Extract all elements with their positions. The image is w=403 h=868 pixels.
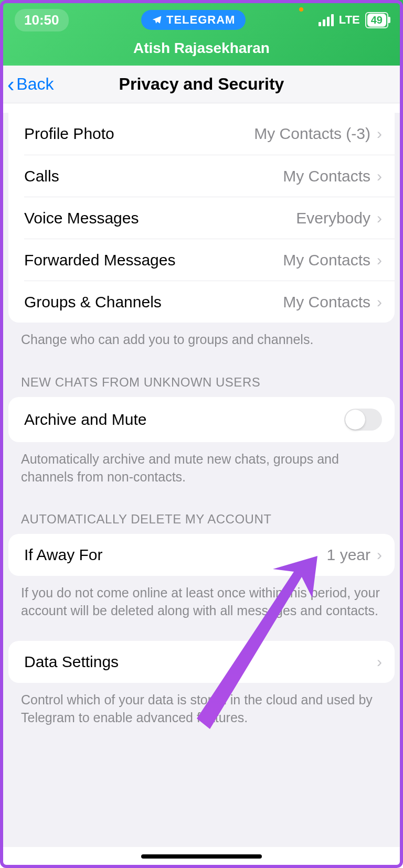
archive-footer: Automatically archive and mute new chats… bbox=[0, 442, 403, 486]
back-button[interactable]: ‹ Back bbox=[0, 74, 54, 95]
telegram-pill-label: TELEGRAM bbox=[166, 13, 235, 27]
row-label: Calls bbox=[24, 167, 59, 185]
data-settings-group: Data Settings › bbox=[8, 641, 395, 683]
privacy-footer: Change who can add you to groups and cha… bbox=[0, 323, 403, 349]
back-label: Back bbox=[16, 74, 54, 94]
chevron-right-icon: › bbox=[377, 167, 382, 185]
section-header-unknown-users: NEW CHATS FROM UNKNOWN USERS bbox=[0, 349, 403, 397]
delete-footer: If you do not come online at least once … bbox=[0, 576, 403, 620]
delete-group: If Away For 1 year › bbox=[8, 534, 395, 576]
archive-mute-toggle[interactable] bbox=[344, 409, 382, 431]
telegram-icon bbox=[152, 15, 162, 25]
network-label: LTE bbox=[339, 13, 360, 27]
settings-content: Profile Photo My Contacts (-3) › Calls M… bbox=[0, 113, 403, 847]
row-groups-channels[interactable]: Groups & Channels My Contacts › bbox=[24, 281, 395, 323]
chevron-right-icon: › bbox=[377, 125, 382, 143]
row-value: 1 year bbox=[327, 546, 370, 564]
row-value: Everybody bbox=[296, 209, 370, 227]
battery-icon: 49 bbox=[365, 12, 388, 28]
row-if-away-for[interactable]: If Away For 1 year › bbox=[8, 534, 395, 576]
row-calls[interactable]: Calls My Contacts › bbox=[24, 155, 395, 197]
row-label: Groups & Channels bbox=[24, 293, 162, 311]
user-name: Atish Rajasekharan bbox=[0, 40, 403, 57]
data-settings-footer: Control which of your data is stored in … bbox=[0, 683, 403, 727]
row-archive-mute[interactable]: Archive and Mute bbox=[8, 397, 395, 442]
navigation-bar: ‹ Back Privacy and Security bbox=[0, 66, 403, 103]
privacy-group: Profile Photo My Contacts (-3) › Calls M… bbox=[8, 113, 395, 323]
chevron-left-icon: ‹ bbox=[7, 74, 14, 95]
section-header-delete-account: AUTOMATICALLY DELETE MY ACCOUNT bbox=[0, 486, 403, 534]
row-forwarded-messages[interactable]: Forwarded Messages My Contacts › bbox=[24, 239, 395, 281]
row-label: Forwarded Messages bbox=[24, 251, 175, 269]
row-label: Archive and Mute bbox=[24, 411, 146, 428]
status-time: 10:50 bbox=[15, 9, 69, 31]
home-indicator[interactable] bbox=[141, 854, 262, 859]
row-voice-messages[interactable]: Voice Messages Everybody › bbox=[24, 197, 395, 239]
cellular-signal-icon bbox=[319, 14, 334, 26]
chevron-right-icon: › bbox=[377, 546, 382, 564]
archive-group: Archive and Mute bbox=[8, 397, 395, 442]
chevron-right-icon: › bbox=[377, 209, 382, 227]
row-label: Data Settings bbox=[24, 653, 119, 671]
status-bar: 10:50 TELEGRAM LTE 49 Atish Rajasekharan bbox=[0, 0, 403, 66]
telegram-pill[interactable]: TELEGRAM bbox=[141, 10, 246, 30]
chevron-right-icon: › bbox=[377, 251, 382, 269]
toggle-knob bbox=[345, 410, 365, 430]
row-label: Voice Messages bbox=[24, 209, 139, 227]
row-value: My Contacts bbox=[283, 293, 370, 311]
page-title: Privacy and Security bbox=[119, 74, 284, 94]
row-value: My Contacts bbox=[283, 167, 370, 185]
recording-indicator-dot bbox=[299, 7, 303, 12]
row-value: My Contacts (-3) bbox=[254, 125, 370, 143]
row-profile-photo[interactable]: Profile Photo My Contacts (-3) › bbox=[8, 113, 395, 155]
row-data-settings[interactable]: Data Settings › bbox=[8, 641, 395, 683]
chevron-right-icon: › bbox=[377, 653, 382, 671]
row-label: Profile Photo bbox=[24, 125, 114, 143]
battery-level: 49 bbox=[367, 14, 386, 27]
chevron-right-icon: › bbox=[377, 293, 382, 311]
row-label: If Away For bbox=[24, 546, 103, 564]
row-value: My Contacts bbox=[283, 251, 370, 269]
